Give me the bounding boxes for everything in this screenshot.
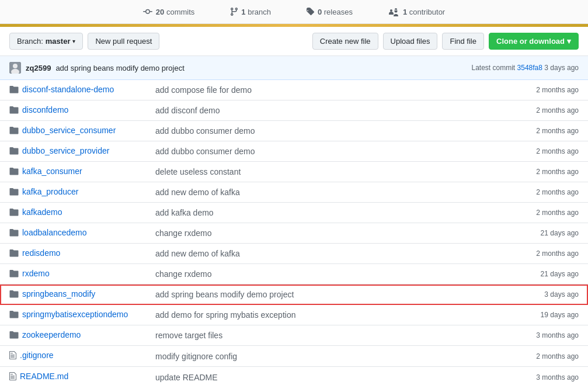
toolbar-left: Branch: master ▾ New pull request xyxy=(9,33,159,50)
find-file-button[interactable]: Find file xyxy=(442,33,484,50)
file-message-cell: remove target files xyxy=(146,325,465,346)
file-name-link[interactable]: springmybatisexceptiondemo xyxy=(22,310,128,319)
svg-point-1 xyxy=(13,64,18,68)
file-name-cell: disconf-standalone-demo xyxy=(0,80,146,100)
commits-stat: 20 commits xyxy=(143,7,194,16)
file-message-cell: delete useless constant xyxy=(146,162,465,182)
file-name-link[interactable]: zookeeperdemo xyxy=(22,330,81,339)
table-row: README.md update README 3 months ago xyxy=(0,367,588,386)
file-icon-container: zookeeperdemo xyxy=(9,330,81,339)
file-name-link[interactable]: kafka_producer xyxy=(22,187,79,196)
clone-download-button[interactable]: Clone or download ▾ xyxy=(489,33,579,50)
releases-link[interactable]: 0 releases xyxy=(318,8,353,16)
file-time-cell: 2 months ago xyxy=(465,100,588,121)
chevron-down-icon: ▾ xyxy=(567,37,571,46)
releases-count: 0 xyxy=(318,8,322,16)
table-row: kafkademo add kafka demo 2 months ago xyxy=(0,203,588,223)
commit-sha-link[interactable]: 3548fa8 xyxy=(517,64,542,72)
folder-icon xyxy=(9,269,19,278)
file-message-cell: add dubbo consumer demo xyxy=(146,121,465,141)
file-time-cell: 3 months ago xyxy=(465,367,588,386)
table-row: rxdemo change rxdemo 21 days ago xyxy=(0,264,588,285)
new-pull-request-button[interactable]: New pull request xyxy=(88,33,159,50)
file-icon-container: kafka_consumer xyxy=(9,167,82,176)
file-table: disconf-standalone-demo add compose file… xyxy=(0,80,588,385)
create-new-file-button[interactable]: Create new file xyxy=(312,33,378,50)
stats-bar: 20 commits 1 branch 0 releases xyxy=(0,0,588,24)
file-message-cell: change rxdemo xyxy=(146,264,465,285)
commit-user-link[interactable]: zq2599 xyxy=(26,64,51,72)
chevron-down-icon: ▾ xyxy=(72,38,75,44)
table-row: redisdemo add new demo of kafka 2 months… xyxy=(0,244,588,264)
contributors-stat: 1 contributor xyxy=(388,7,445,16)
file-name-link[interactable]: springbeans_modify xyxy=(22,289,95,299)
folder-icon xyxy=(9,188,19,196)
file-name-cell: loadbalancedemo xyxy=(0,223,146,244)
upload-files-button[interactable]: Upload files xyxy=(383,33,438,50)
file-icon-container: .gitignore xyxy=(9,351,54,360)
file-name-cell: kafka_producer xyxy=(0,182,146,203)
file-name-link[interactable]: rxdemo xyxy=(22,269,50,278)
table-row: zookeeperdemo remove target files 3 mont… xyxy=(0,325,588,346)
commit-info-left: zq2599 add spring beans modify demo proj… xyxy=(9,62,185,74)
folder-icon xyxy=(9,331,19,339)
branch-icon xyxy=(229,7,238,16)
file-name-cell: kafka_consumer xyxy=(0,162,146,182)
commits-link[interactable]: 20 commits xyxy=(156,8,194,16)
file-name-cell: springbeans_modify xyxy=(0,285,146,305)
file-icon-container: redisdemo xyxy=(9,248,60,258)
file-message-cell: add new demo of kafka xyxy=(146,244,465,264)
file-time-cell: 19 days ago xyxy=(465,305,588,325)
file-name-link[interactable]: README.md xyxy=(20,372,68,381)
file-name-link[interactable]: redisdemo xyxy=(22,248,60,258)
file-name-cell: disconfdemo xyxy=(0,100,146,121)
table-row: loadbalancedemo change rxdemo 21 days ag… xyxy=(0,223,588,244)
file-name-cell: README.md xyxy=(0,367,146,386)
releases-label: releases xyxy=(324,8,353,16)
file-icon-container: disconf-standalone-demo xyxy=(9,85,114,94)
table-row: dubbo_service_provider add dubbo consume… xyxy=(0,141,588,162)
toolbar: Branch: master ▾ New pull request Create… xyxy=(0,27,588,56)
file-icon xyxy=(9,372,16,381)
file-name-cell: dubbo_service_consumer xyxy=(0,121,146,141)
page-container: 20 commits 1 branch 0 releases xyxy=(0,0,588,385)
branch-button[interactable]: Branch: master ▾ xyxy=(9,33,83,50)
table-row: springbeans_modify add spring beans modi… xyxy=(0,285,588,305)
file-time-cell: 21 days ago xyxy=(465,264,588,285)
table-row: disconfdemo add disconf demo 2 months ag… xyxy=(0,100,588,121)
file-time-cell: 2 months ago xyxy=(465,162,588,182)
folder-icon xyxy=(9,106,19,114)
folder-icon xyxy=(9,290,19,298)
file-time-cell: 21 days ago xyxy=(465,223,588,244)
commit-time: 3 days ago xyxy=(544,64,579,72)
file-message-cell: modify gitignore config xyxy=(146,346,465,367)
commits-icon xyxy=(143,7,152,16)
file-name-link[interactable]: dubbo_service_consumer xyxy=(22,126,116,135)
file-name-link[interactable]: disconf-standalone-demo xyxy=(22,85,114,94)
file-name-link[interactable]: kafkademo xyxy=(22,207,62,217)
file-name-link[interactable]: disconfdemo xyxy=(22,105,68,115)
file-name-link[interactable]: loadbalancedemo xyxy=(22,228,87,237)
contributors-count: 1 xyxy=(403,8,407,16)
file-icon-container: kafkademo xyxy=(9,207,62,217)
folder-icon xyxy=(9,126,19,134)
releases-stat: 0 releases xyxy=(306,7,353,16)
table-row: disconf-standalone-demo add compose file… xyxy=(0,80,588,100)
folder-icon xyxy=(9,208,19,216)
branches-link[interactable]: 1 branch xyxy=(241,8,271,16)
file-name-link[interactable]: kafka_consumer xyxy=(22,167,82,176)
file-message-cell: add spring beans modify demo project xyxy=(146,285,465,305)
table-row: kafka_consumer delete useless constant 2… xyxy=(0,162,588,182)
folder-icon xyxy=(9,310,19,318)
branches-label: branch xyxy=(248,8,271,16)
folder-icon xyxy=(9,249,19,257)
file-icon-container: springbeans_modify xyxy=(9,289,95,299)
folder-icon xyxy=(9,147,19,155)
file-icon-container: dubbo_service_consumer xyxy=(9,126,116,135)
file-name-link[interactable]: dubbo_service_provider xyxy=(22,146,109,155)
tag-icon xyxy=(306,7,314,16)
contributors-link[interactable]: 1 contributor xyxy=(403,8,445,16)
file-time-cell: 2 months ago xyxy=(465,121,588,141)
file-name-link[interactable]: .gitignore xyxy=(20,351,54,360)
file-icon xyxy=(9,351,16,360)
